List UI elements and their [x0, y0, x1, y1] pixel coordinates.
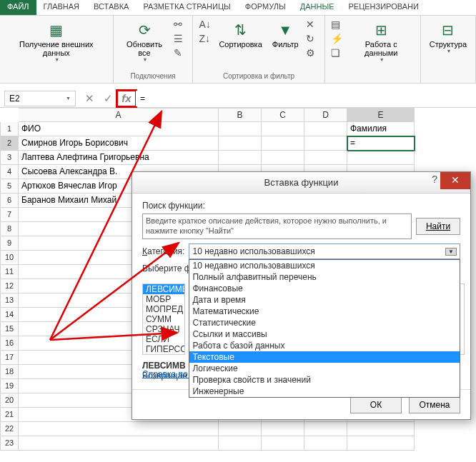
cell-E22[interactable] — [347, 422, 415, 436]
cell-A23[interactable] — [19, 436, 219, 451]
data-tools-button[interactable]: ⊞ Работа с данными▼ — [348, 19, 415, 64]
close-icon[interactable]: ✕ — [440, 172, 470, 189]
cell-E1[interactable]: Фамилия — [347, 122, 415, 136]
row-header[interactable]: 9 — [0, 236, 19, 251]
row-header[interactable]: 1 — [0, 122, 19, 136]
row-header[interactable]: 5 — [0, 179, 19, 194]
category-option[interactable]: Математические — [189, 306, 460, 317]
connections-icon[interactable]: ⚯ — [174, 19, 187, 30]
cell-C22[interactable] — [262, 422, 304, 436]
row-header[interactable]: 23 — [0, 436, 19, 451]
cancel-button[interactable]: Отмена — [409, 396, 460, 413]
cell-D3[interactable] — [304, 151, 347, 165]
clear-filter-icon[interactable]: ✕ — [306, 19, 319, 30]
cell-D2[interactable] — [304, 136, 347, 151]
text-to-columns-icon[interactable]: ▤ — [331, 19, 344, 30]
function-item[interactable]: СРЗНАЧ — [143, 324, 184, 334]
cell-C2[interactable] — [262, 136, 304, 151]
row-header[interactable]: 19 — [0, 379, 19, 393]
tab-layout[interactable]: РАЗМЕТКА СТРАНИЦЫ — [136, 0, 237, 15]
row-header[interactable]: 22 — [0, 422, 19, 436]
cell-A1[interactable]: ФИО — [19, 122, 219, 136]
row-header[interactable]: 17 — [0, 351, 19, 365]
outline-button[interactable]: ⊟ Структура▼ — [427, 19, 470, 56]
edit-links-icon[interactable]: ✎ — [174, 47, 187, 59]
dialog-title-bar[interactable]: Вставка функции ? ✕ — [132, 172, 470, 194]
sort-desc-icon[interactable]: Z↓ — [199, 33, 212, 44]
function-item[interactable]: СУММ — [143, 314, 184, 324]
refresh-all-button[interactable]: ⟳ Обновить все▼ — [119, 19, 170, 64]
function-item[interactable]: ЕСЛИ — [143, 334, 184, 344]
row-header[interactable]: 4 — [0, 165, 19, 179]
col-header-B[interactable]: B — [219, 108, 262, 122]
row-header[interactable]: 3 — [0, 151, 19, 165]
category-option[interactable]: Статистические — [189, 317, 460, 328]
function-item[interactable]: МОБР — [143, 294, 184, 304]
row-header[interactable]: 14 — [0, 308, 19, 322]
sort-asc-icon[interactable]: A↓ — [199, 19, 212, 30]
category-option[interactable]: Дата и время — [189, 294, 460, 306]
cell-D23[interactable] — [304, 436, 347, 451]
properties-icon[interactable]: ☰ — [174, 33, 187, 44]
tab-data[interactable]: ДАННЫЕ — [293, 0, 342, 15]
row-header[interactable]: 16 — [0, 336, 19, 351]
name-box[interactable]: E2 ▼ — [4, 91, 76, 106]
category-option[interactable]: Ссылки и массивы — [189, 328, 460, 340]
get-external-data-button[interactable]: ▦ Получение внешних данных▼ — [6, 19, 107, 64]
tab-review[interactable]: РЕЦЕНЗИРОВАНИ — [341, 0, 425, 15]
cell-E3[interactable] — [347, 151, 415, 165]
col-header-E[interactable]: E — [347, 108, 415, 122]
row-header[interactable]: 7 — [0, 208, 19, 222]
filter-button[interactable]: ▼ Фильтр — [269, 19, 302, 50]
row-header[interactable]: 2 — [0, 136, 19, 151]
cell-B23[interactable] — [219, 436, 262, 451]
row-header[interactable]: 18 — [0, 365, 19, 379]
tab-file[interactable]: ФАЙЛ — [0, 0, 36, 15]
flash-fill-icon[interactable]: ⚡ — [331, 33, 344, 44]
cell-A3[interactable]: Лаптева Алефтина Григорьевна — [19, 151, 219, 165]
row-header[interactable]: 6 — [0, 194, 19, 208]
cancel-formula-icon[interactable]: ✕ — [80, 91, 99, 106]
cell-B1[interactable] — [219, 122, 262, 136]
sort-button[interactable]: ⇅ Сортировка — [216, 19, 264, 50]
tab-insert[interactable]: ВСТАВКА — [86, 0, 136, 15]
cell-B2[interactable] — [219, 136, 262, 151]
cell-B3[interactable] — [219, 151, 262, 165]
row-header[interactable]: 8 — [0, 222, 19, 236]
cell-E2[interactable]: = — [347, 136, 415, 151]
col-header-D[interactable]: D — [304, 108, 347, 122]
help-icon[interactable]: ? — [432, 174, 437, 185]
search-function-input[interactable]: Введите краткое описание действия, котор… — [142, 214, 412, 239]
category-option[interactable]: Работа с базой данных — [189, 340, 460, 351]
accept-formula-icon[interactable]: ✓ — [99, 91, 117, 106]
category-option[interactable]: Инженерные — [189, 386, 460, 397]
row-header[interactable]: 11 — [0, 265, 19, 279]
row-header[interactable]: 13 — [0, 293, 19, 308]
cell-D22[interactable] — [304, 422, 347, 436]
row-header[interactable]: 15 — [0, 322, 19, 336]
row-header[interactable]: 20 — [0, 393, 19, 408]
cell-B22[interactable] — [219, 422, 262, 436]
col-header-C[interactable]: C — [262, 108, 304, 122]
cell-C23[interactable] — [262, 436, 304, 451]
category-option[interactable]: 10 недавно использовавшихся — [189, 260, 460, 271]
category-option[interactable]: Логические — [189, 363, 460, 374]
formula-input[interactable] — [136, 91, 476, 106]
category-select[interactable]: 10 недавно использовавшихся ▼ — [189, 243, 460, 259]
function-item[interactable]: ГИПЕРССЫ — [143, 344, 184, 354]
reapply-icon[interactable]: ↻ — [306, 33, 319, 44]
cell-C1[interactable] — [262, 122, 304, 136]
function-listbox[interactable]: ЛЕВСИМВМОБРМОПРЕДСУММСРЗНАЧЕСЛИГИПЕРССЫ — [142, 283, 185, 355]
function-item[interactable]: ЛЕВСИМВ — [143, 284, 184, 294]
cell-D1[interactable] — [304, 122, 347, 136]
cell-C3[interactable] — [262, 151, 304, 165]
function-item[interactable]: МОПРЕД — [143, 304, 184, 314]
cell-A22[interactable] — [19, 422, 219, 436]
find-button[interactable]: Найти — [416, 218, 460, 235]
tab-formulas[interactable]: ФОРМУЛЫ — [238, 0, 293, 15]
col-header-A[interactable]: A — [19, 108, 219, 122]
category-option[interactable]: Текстовые — [189, 351, 460, 363]
fx-button[interactable]: fx — [117, 91, 136, 106]
row-header[interactable]: 10 — [0, 251, 19, 265]
remove-duplicates-icon[interactable]: ❏ — [331, 47, 344, 59]
